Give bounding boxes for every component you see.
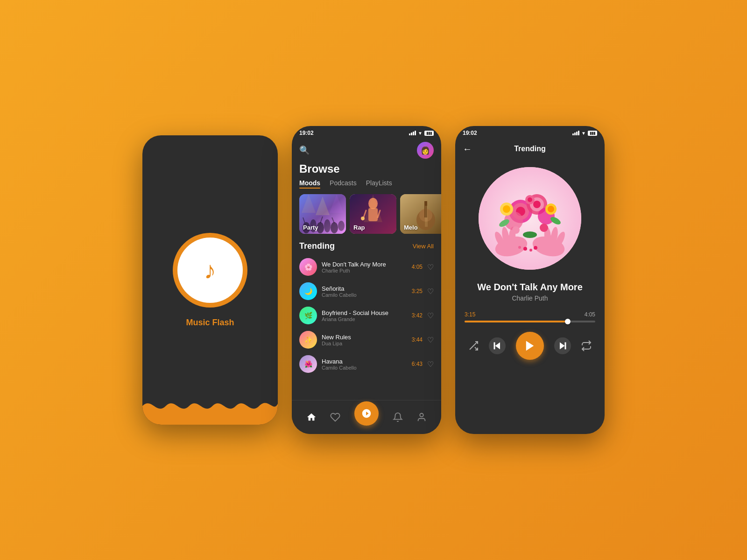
svg-point-51 <box>528 197 532 202</box>
shuffle-button[interactable] <box>468 340 479 351</box>
prev-button[interactable] <box>489 337 506 354</box>
song-heart-3[interactable]: ♡ <box>427 311 434 320</box>
nav-notifications-button[interactable] <box>393 412 403 422</box>
svg-point-27 <box>420 413 423 417</box>
song-thumb-5: 🌺 <box>299 355 317 373</box>
album-art <box>479 167 581 270</box>
progress-thumb <box>565 319 571 324</box>
svg-point-61 <box>540 245 543 248</box>
mood-cards: Party <box>292 194 441 234</box>
song-heart-1[interactable]: ♡ <box>427 263 434 272</box>
song-name-2: Señorita <box>322 285 407 292</box>
song-thumb-3: 🌿 <box>299 307 317 324</box>
player-artist: Charlie Puth <box>455 294 605 302</box>
song-info-4: New Rules Dua Lipa <box>322 334 407 346</box>
svg-point-58 <box>529 249 532 252</box>
player-song-title: We Don't Talk Any More <box>455 274 605 294</box>
song-artist-5: Camilo Cabello <box>322 365 407 371</box>
song-name-5: Havana <box>322 358 407 365</box>
song-info-5: Havana Camilo Cabello <box>322 358 407 371</box>
mood-card-rap-label: Rap <box>353 224 365 231</box>
nav-home-button[interactable] <box>306 412 317 422</box>
song-duration-2: 3:25 <box>412 288 423 294</box>
svg-point-43 <box>533 201 541 208</box>
time-current: 3:15 <box>465 311 475 318</box>
song-list: 🌸 We Don't Talk Any More Charlie Puth 4:… <box>292 255 441 400</box>
song-duration-5: 6:43 <box>412 361 423 367</box>
bottom-nav <box>292 400 441 434</box>
browse-title: Browse <box>292 162 441 179</box>
mood-card-party[interactable]: Party <box>299 194 346 234</box>
tab-podcasts[interactable]: Podcasts <box>330 179 357 189</box>
time-total: 4:05 <box>585 311 595 318</box>
signal-icon <box>409 131 416 135</box>
browse-screen: 19:02 ▼ ▮▮▮ 🔍 👩 Browse Moods Podcasts Pl… <box>292 126 441 434</box>
song-heart-2[interactable]: ♡ <box>427 287 434 296</box>
svg-point-47 <box>503 205 510 213</box>
svg-rect-70 <box>564 343 566 350</box>
player-battery-icon: ▮▮▮ <box>588 131 597 136</box>
song-artist-1: Charlie Puth <box>322 268 407 273</box>
tab-playlists[interactable]: PlayLists <box>366 179 392 189</box>
mood-card-melo[interactable]: Melo <box>400 194 441 234</box>
nav-profile-button[interactable] <box>416 412 427 422</box>
player-status-time: 19:02 <box>463 130 477 136</box>
song-duration-3: 3:42 <box>412 312 423 319</box>
progress-bar[interactable] <box>465 321 595 322</box>
song-info-1: We Don't Talk Any More Charlie Puth <box>322 261 407 273</box>
trending-label: Trending <box>299 241 335 251</box>
play-pause-button[interactable] <box>516 332 544 360</box>
svg-point-57 <box>523 247 527 251</box>
back-button[interactable]: ← <box>463 144 472 154</box>
svg-point-18 <box>361 217 365 220</box>
view-all-button[interactable]: View All <box>413 243 434 250</box>
search-button[interactable]: 🔍 <box>299 145 310 155</box>
player-status-bar: 19:02 ▼ ▮▮▮ <box>455 126 605 140</box>
progress-fill <box>465 321 568 322</box>
player-screen: 19:02 ▼ ▮▮▮ ← Trending <box>455 126 605 434</box>
song-artist-3: Ariana Grande <box>322 316 407 322</box>
player-status-icons: ▼ ▮▮▮ <box>572 131 597 136</box>
repeat-button[interactable] <box>581 340 592 351</box>
svg-point-5 <box>331 222 338 233</box>
battery-icon: ▮▮▮ <box>424 131 434 136</box>
avatar[interactable]: 👩 <box>417 142 434 159</box>
trending-section-header: Trending View All <box>292 241 441 251</box>
song-item-2[interactable]: 🌙 Señorita Camilo Cabello 3:25 ♡ <box>299 279 434 303</box>
song-info-2: Señorita Camilo Cabello <box>322 285 407 298</box>
next-button[interactable] <box>554 337 571 354</box>
progress-times: 3:15 4:05 <box>465 311 595 318</box>
player-header: ← Trending <box>455 140 605 158</box>
wifi-icon: ▼ <box>418 131 423 136</box>
song-duration-1: 4:05 <box>412 264 423 270</box>
nav-play-fab-button[interactable] <box>354 401 379 426</box>
tab-moods[interactable]: Moods <box>299 179 320 189</box>
mood-card-rap[interactable]: Rap <box>350 194 396 234</box>
song-item-3[interactable]: 🌿 Boyfriend - Social House Ariana Grande… <box>299 303 434 328</box>
logo-ring: ♪ <box>173 233 247 308</box>
tabs-bar: Moods Podcasts PlayLists <box>292 179 441 189</box>
player-wifi-icon: ▼ <box>581 131 586 136</box>
browse-header: 🔍 👩 <box>292 140 441 162</box>
wave-decoration <box>142 387 278 425</box>
song-thumb-2: 🌙 <box>299 282 317 300</box>
progress-section: 3:15 4:05 <box>455 311 605 322</box>
album-art-container <box>455 158 605 274</box>
song-artist-4: Dua Lipa <box>322 341 407 346</box>
song-item-1[interactable]: 🌸 We Don't Talk Any More Charlie Puth 4:… <box>299 255 434 279</box>
music-note-icon: ♪ <box>204 256 216 284</box>
svg-point-53 <box>512 226 520 234</box>
svg-point-6 <box>338 221 345 231</box>
svg-point-60 <box>534 246 537 250</box>
logo-inner: ♪ <box>177 238 243 303</box>
song-item-5[interactable]: 🌺 Havana Camilo Cabello 6:43 ♡ <box>299 352 434 376</box>
mood-card-party-label: Party <box>303 224 318 231</box>
song-thumb-4: ✨ <box>299 331 317 349</box>
song-name-3: Boyfriend - Social House <box>322 309 407 316</box>
song-heart-4[interactable]: ♡ <box>427 336 434 344</box>
player-controls <box>455 332 605 360</box>
song-item-4[interactable]: ✨ New Rules Dua Lipa 3:44 ♡ <box>299 328 434 352</box>
nav-favorites-button[interactable] <box>330 412 340 422</box>
song-heart-5[interactable]: ♡ <box>427 360 434 369</box>
player-signal-icon <box>572 131 579 135</box>
